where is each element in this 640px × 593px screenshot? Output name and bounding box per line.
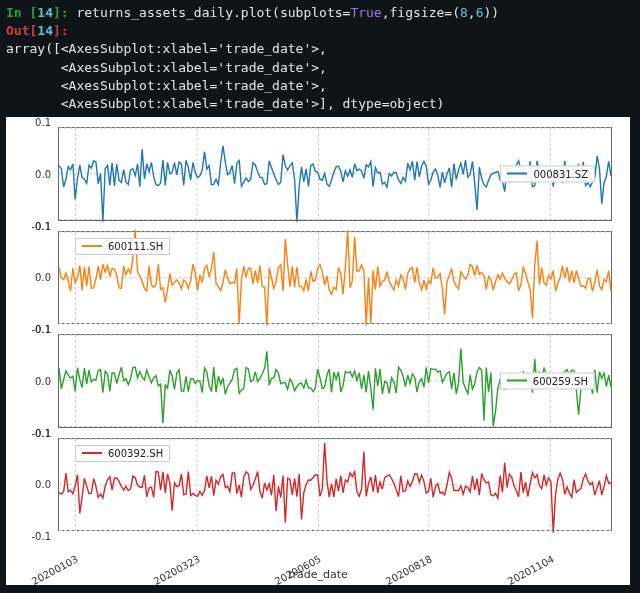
cell-output-text: array([<AxesSubplot:xlabel='trade_date'>…	[6, 40, 634, 113]
subplot-0: -0.10.00.1000831.SZ	[58, 127, 612, 221]
in-prompt-close: ]:	[53, 5, 69, 20]
y-ticks: -0.10.00.1	[7, 329, 55, 433]
code-comma: ,	[468, 5, 476, 20]
code-cell: In [14]: returns_assets_daily.plot(subpl…	[0, 0, 640, 115]
in-prompt-num: 14	[37, 5, 53, 20]
x-axis-label: trade_date	[6, 568, 630, 581]
legend-swatch	[507, 173, 527, 175]
legend-label: 000831.SZ	[533, 168, 588, 179]
y-tick-label: 0.0	[35, 272, 51, 283]
legend: 000831.SZ	[500, 165, 595, 182]
x-tick-row: 2020010320200323202006052020081820201104	[58, 531, 612, 563]
plot-area: -0.10.00.1000831.SZ-0.10.00.1600111.SH-0…	[58, 127, 612, 531]
y-tick-label: 0.1	[35, 117, 51, 128]
in-prompt-line: In [14]: returns_assets_daily.plot(subpl…	[6, 4, 634, 22]
code-mid: ,figsize=(	[382, 5, 460, 20]
code-prefix: returns_assets_daily.plot(subplots=	[76, 5, 350, 20]
y-ticks: -0.10.00.1	[7, 433, 55, 537]
matplotlib-figure: -0.10.00.1000831.SZ-0.10.00.1600111.SH-0…	[6, 117, 630, 585]
legend: 600111.SH	[75, 238, 170, 255]
legend-swatch	[82, 245, 102, 247]
y-ticks: -0.10.00.1	[7, 226, 55, 330]
y-tick-label: 0.1	[35, 220, 51, 231]
legend-label: 600259.SH	[533, 375, 588, 386]
y-ticks: -0.10.00.1	[7, 122, 55, 226]
y-tick-label: 0.0	[35, 375, 51, 386]
legend: 600259.SH	[500, 372, 595, 389]
code-suffix: ))	[483, 5, 499, 20]
out-prompt-close: ]:	[53, 23, 69, 38]
legend-label: 600111.SH	[108, 241, 163, 252]
y-tick-label: 0.0	[35, 479, 51, 490]
code-bool: True	[350, 5, 381, 20]
y-tick-label: -0.1	[31, 531, 51, 542]
subplot-3: -0.10.00.1600392.SH	[58, 438, 612, 532]
subplot-1: -0.10.00.1600111.SH	[58, 231, 612, 325]
out-prompt-label: Out[	[6, 23, 37, 38]
in-prompt-label: In [	[6, 5, 37, 20]
out-prompt-line: Out[14]:	[6, 22, 634, 40]
y-tick-label: 0.1	[35, 324, 51, 335]
out-prompt-num: 14	[37, 23, 53, 38]
y-tick-label: 0.0	[35, 168, 51, 179]
legend: 600392.SH	[75, 445, 170, 462]
y-tick-label: 0.1	[35, 427, 51, 438]
series-line	[59, 146, 611, 222]
code-num1: 8	[460, 5, 468, 20]
subplot-2: -0.10.00.1600259.SH	[58, 334, 612, 428]
legend-label: 600392.SH	[108, 448, 163, 459]
legend-swatch	[82, 452, 102, 454]
legend-swatch	[507, 380, 527, 382]
